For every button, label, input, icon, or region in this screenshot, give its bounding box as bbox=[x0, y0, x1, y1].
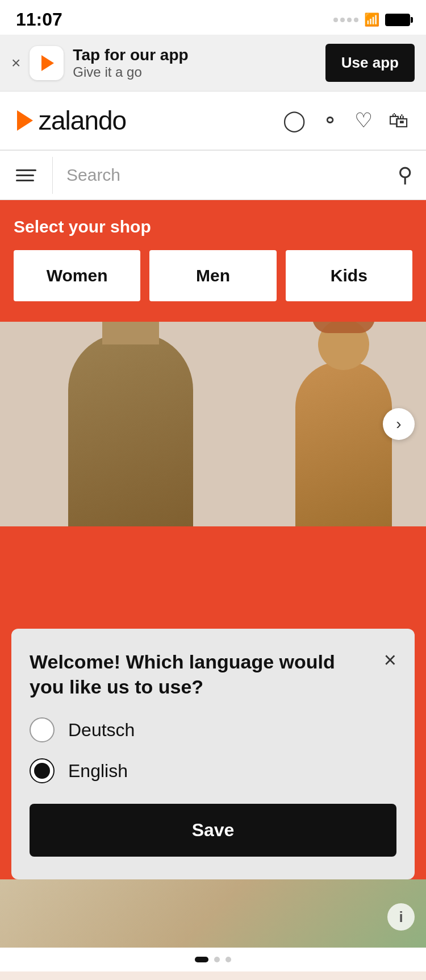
language-icon[interactable]: ◯ bbox=[283, 109, 306, 132]
carousel-dot-2 bbox=[214, 957, 220, 962]
banner-subtitle: Give it a go bbox=[73, 64, 316, 80]
shop-women-button[interactable]: Women bbox=[14, 250, 140, 301]
radio-deutsch[interactable] bbox=[30, 717, 55, 742]
language-label-english: English bbox=[68, 761, 128, 782]
shop-buttons: Women Men Kids bbox=[14, 250, 412, 301]
carousel-dot-active bbox=[195, 957, 208, 962]
wishlist-icon[interactable]: ♡ bbox=[354, 109, 373, 132]
account-icon[interactable]: ⚬ bbox=[321, 109, 339, 132]
zalando-logo-icon bbox=[17, 110, 33, 131]
carousel-dots bbox=[0, 948, 426, 971]
banner-text: Tap for our app Give it a go bbox=[73, 46, 316, 80]
search-bar: Search ⚲ bbox=[0, 150, 426, 200]
modal-close-button[interactable]: × bbox=[384, 649, 396, 671]
app-banner: × Tap for our app Give it a go Use app bbox=[0, 35, 426, 92]
hero-person-left bbox=[68, 333, 193, 526]
radio-inner-english bbox=[34, 763, 50, 779]
carousel-dot-3 bbox=[225, 957, 231, 962]
search-input[interactable]: Search bbox=[66, 165, 120, 185]
play-icon bbox=[41, 55, 54, 71]
chevron-right-icon: › bbox=[396, 415, 401, 433]
language-options: Deutsch English bbox=[30, 717, 396, 783]
status-time: 11:07 bbox=[16, 9, 62, 30]
hamburger-menu-button[interactable] bbox=[0, 157, 53, 194]
search-icon[interactable]: ⚲ bbox=[398, 163, 412, 187]
language-option-english[interactable]: English bbox=[30, 758, 396, 783]
hamburger-line-2 bbox=[16, 175, 34, 176]
hamburger-line-3 bbox=[16, 180, 34, 181]
modal-header: Welcome! Which language would you like u… bbox=[30, 649, 396, 699]
language-label-deutsch: Deutsch bbox=[68, 720, 135, 741]
browser-address-bar: aA 🔒 m-en.zalando.de ↻ bbox=[0, 971, 426, 980]
header-nav-icons: ◯ ⚬ ♡ 🛍 bbox=[283, 109, 409, 132]
search-input-area[interactable]: Search ⚲ bbox=[53, 151, 426, 200]
person-head bbox=[102, 322, 159, 344]
battery-icon bbox=[385, 14, 410, 26]
shop-selector-title: Select your shop bbox=[14, 217, 412, 236]
shop-men-button[interactable]: Men bbox=[149, 250, 276, 301]
shop-kids-button[interactable]: Kids bbox=[286, 250, 412, 301]
banner-close-button[interactable]: × bbox=[11, 54, 20, 72]
status-bar: 11:07 📶 bbox=[0, 0, 426, 35]
wifi-icon: 📶 bbox=[364, 13, 379, 27]
header: zalando ◯ ⚬ ♡ 🛍 bbox=[0, 92, 426, 150]
modal-title: Welcome! Which language would you like u… bbox=[30, 649, 384, 699]
banner-title: Tap for our app bbox=[73, 46, 316, 64]
modal-save-button[interactable]: Save bbox=[30, 804, 396, 857]
hero-image: › bbox=[0, 322, 426, 526]
hamburger-line-1 bbox=[16, 169, 36, 171]
signal-dots-icon bbox=[333, 18, 358, 22]
hero-person-right bbox=[295, 362, 392, 526]
language-modal: Welcome! Which language would you like u… bbox=[11, 629, 415, 879]
shop-selector: Select your shop Women Men Kids bbox=[0, 200, 426, 322]
main-content: › Welcome! Which language would you like… bbox=[0, 322, 426, 948]
bag-icon[interactable]: 🛍 bbox=[389, 109, 409, 132]
status-icons: 📶 bbox=[333, 13, 410, 27]
second-hero bbox=[0, 879, 426, 948]
zalando-logo-text: zalando bbox=[39, 105, 126, 136]
radio-english[interactable] bbox=[30, 758, 55, 783]
use-app-button[interactable]: Use app bbox=[325, 44, 415, 82]
banner-logo bbox=[30, 46, 64, 80]
logo: zalando bbox=[17, 105, 126, 136]
carousel-next-button[interactable]: › bbox=[383, 408, 415, 440]
language-option-deutsch[interactable]: Deutsch bbox=[30, 717, 396, 742]
